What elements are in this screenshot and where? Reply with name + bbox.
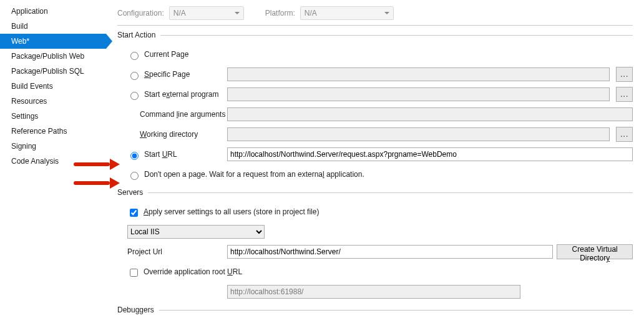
input-specific-page[interactable] — [227, 67, 610, 81]
section-header-debuggers: Debuggers — [117, 306, 633, 314]
sidebar-item-label: Resources — [11, 97, 47, 106]
configuration-combo[interactable]: N/A — [169, 6, 244, 20]
platform-label: Platform: — [265, 9, 295, 17]
ellipsis-icon: ... — [620, 90, 628, 99]
input-project-url[interactable] — [227, 245, 553, 259]
radio-current-page[interactable] — [130, 52, 139, 60]
radio-specific-page[interactable] — [130, 72, 139, 80]
sidebar-item-build[interactable]: Build — [0, 19, 106, 34]
start-action-form: Current Page Specific Page ... Start ext… — [117, 46, 633, 183]
label-external-program: Start external program — [144, 90, 218, 99]
input-override-root[interactable] — [227, 285, 520, 299]
sidebar-item-label: Build Events — [11, 82, 53, 91]
label-start-url: Start URL — [144, 150, 177, 159]
label-working-dir: Working directory — [140, 130, 198, 139]
browse-specific-page-button[interactable]: ... — [616, 67, 633, 82]
section-rule — [159, 310, 633, 311]
sidebar-item-label: Reference Paths — [11, 127, 67, 136]
section-header-start-action: Start Action — [117, 31, 633, 39]
label-project-url: Project Url — [127, 247, 162, 256]
sidebar-item-package-publish-sql[interactable]: Package/Publish SQL — [0, 64, 106, 79]
section-header-servers: Servers — [117, 188, 633, 197]
label-current-page: Current Page — [144, 50, 188, 59]
input-cmd-args[interactable] — [227, 107, 633, 121]
sidebar-item-label: Build — [11, 22, 28, 31]
sidebar-item-application[interactable]: Application — [0, 4, 106, 19]
configuration-value: N/A — [173, 9, 186, 17]
server-select[interactable]: Local IIS — [127, 225, 265, 239]
chevron-down-icon — [235, 12, 240, 14]
section-rule — [148, 192, 633, 193]
sidebar-item-label: Package/Publish Web — [11, 52, 84, 61]
label-dont-open: Don't open a page. Wait for a request fr… — [144, 170, 364, 179]
sidebar-item-package-publish-web[interactable]: Package/Publish Web — [0, 49, 106, 64]
chevron-down-icon — [384, 12, 389, 14]
sidebar-item-resources[interactable]: Resources — [0, 94, 106, 109]
configuration-label: Configuration: — [117, 9, 164, 17]
sidebar-item-web[interactable]: Web* — [0, 34, 106, 49]
browse-working-dir-button[interactable]: ... — [616, 127, 633, 142]
section-rule — [160, 35, 633, 36]
config-row: Configuration: N/A Platform: N/A — [117, 6, 633, 25]
sidebar-item-label: Settings — [11, 112, 38, 121]
section-title: Debuggers — [117, 306, 154, 314]
radio-dont-open[interactable] — [130, 172, 139, 180]
platform-combo[interactable]: N/A — [300, 6, 394, 20]
input-external-program[interactable] — [227, 87, 610, 101]
sidebar-item-label: Application — [11, 7, 48, 16]
sidebar-item-label: Web* — [11, 37, 29, 46]
annotation-arrow — [74, 159, 120, 170]
servers-form: Apply server settings to all users (stor… — [117, 203, 633, 301]
divider — [117, 25, 633, 26]
sidebar-item-settings[interactable]: Settings — [0, 109, 106, 124]
label-specific-page: Specific Page — [144, 70, 190, 79]
ellipsis-icon: ... — [620, 130, 628, 139]
ellipsis-icon: ... — [620, 70, 628, 79]
main-panel: Configuration: N/A Platform: N/A Start A… — [106, 0, 644, 333]
label-override-root: Override application root URL — [144, 267, 242, 276]
section-title: Servers — [117, 188, 143, 197]
label-apply-settings: Apply server settings to all users (stor… — [144, 207, 319, 216]
label-cmd-args: Command line arguments — [140, 110, 225, 119]
sidebar-item-label: Signing — [11, 142, 36, 151]
sidebar-item-label: Code Analysis — [11, 157, 59, 166]
sidebar-item-reference-paths[interactable]: Reference Paths — [0, 124, 106, 139]
check-apply-settings[interactable] — [130, 209, 138, 217]
create-virtual-directory-button[interactable]: Create Virtual Directory — [557, 244, 633, 259]
section-title: Start Action — [117, 31, 155, 39]
input-start-url[interactable] — [227, 147, 633, 161]
radio-start-url[interactable] — [130, 152, 139, 160]
sidebar-item-build-events[interactable]: Build Events — [0, 79, 106, 94]
radio-external-program[interactable] — [130, 92, 139, 100]
annotation-arrow — [74, 177, 120, 189]
sidebar-item-label: Package/Publish SQL — [11, 67, 84, 76]
platform-value: N/A — [305, 9, 317, 17]
browse-external-program-button[interactable]: ... — [616, 87, 633, 102]
check-override-root[interactable] — [130, 269, 138, 277]
input-working-dir[interactable] — [227, 127, 610, 141]
sidebar-item-signing[interactable]: Signing — [0, 139, 106, 154]
